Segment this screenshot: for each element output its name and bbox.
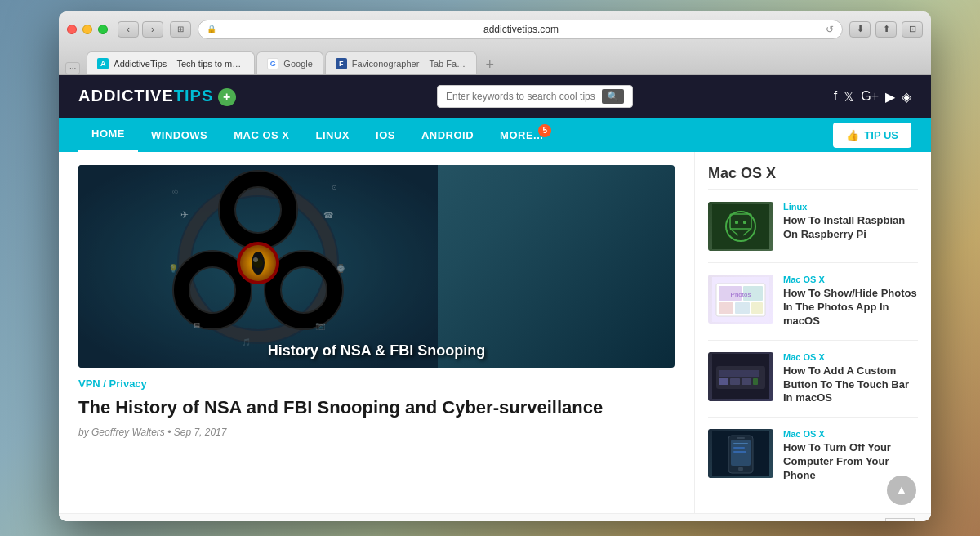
svg-rect-45 — [753, 378, 758, 385]
svg-rect-52 — [733, 447, 745, 449]
svg-rect-41 — [719, 370, 760, 377]
logo-tips: TIPS — [174, 87, 213, 105]
minimize-button[interactable] — [82, 25, 92, 34]
facebook-icon[interactable]: f — [834, 89, 837, 104]
sidebar-item-2[interactable]: Photos Mac OS X How To Show/Hide Photos … — [708, 275, 918, 341]
sidebar-item-content-1: Linux How To Install Raspbian On Raspber… — [783, 202, 918, 251]
svg-text:☎: ☎ — [323, 211, 333, 220]
nav-home[interactable]: HOME — [78, 118, 138, 152]
sidebar-category-1: Linux — [783, 202, 918, 212]
search-input[interactable] — [446, 91, 597, 102]
svg-rect-27 — [743, 221, 746, 224]
social-icons: f 𝕏 G+ ▶ ◈ — [834, 89, 911, 105]
svg-rect-53 — [733, 451, 746, 453]
svg-rect-35 — [719, 302, 733, 314]
search-submit-button[interactable]: 🔍 — [602, 89, 624, 104]
sidebar-item-content-4: Mac OS X How To Turn Off Your Computer F… — [783, 429, 918, 483]
nav-more[interactable]: MORE... 5 — [487, 119, 556, 151]
article-image-overlay-title: History of NSA & FBI Snooping — [78, 342, 675, 360]
more-badge: 5 — [538, 124, 551, 137]
forward-button[interactable]: › — [142, 21, 163, 38]
svg-rect-50 — [737, 437, 745, 439]
article-title: The History of NSA and FBI Snooping and … — [78, 396, 675, 420]
logo-plus-icon[interactable]: + — [218, 88, 236, 106]
rss-icon[interactable]: ◈ — [902, 89, 911, 105]
main-content: ✈ ☎ 💡 ⌚ 🖥 📷 🎵 ⊙ ◎ History of NSA & FBI S… — [59, 152, 931, 513]
scroll-to-top-button[interactable]: ▲ — [887, 476, 916, 505]
nav-ios[interactable]: IOS — [363, 119, 408, 151]
nav-buttons: ‹ › — [118, 21, 163, 38]
nav-windows[interactable]: WINDOWS — [138, 119, 220, 151]
tab-favicon-google: G — [267, 58, 278, 69]
sidebar-thumb-2: Photos — [708, 275, 773, 324]
article-meta: by Geoffrey Walters • Sep 7, 2017 — [78, 427, 675, 438]
sidebar-item-3[interactable]: Mac OS X How To Add A Custom Button To T… — [708, 352, 918, 418]
article-area: ✈ ☎ 💡 ⌚ 🖥 📷 🎵 ⊙ ◎ History of NSA & FBI S… — [59, 152, 694, 513]
sidebar-thumb-4 — [708, 429, 773, 478]
site-header: ADDICTIVETIPS+ 🔍 f 𝕏 G+ ▶ ◈ — [59, 75, 931, 118]
sidebar-thumb-3 — [708, 352, 773, 401]
toolbar-right: ⬇ ⬆ ⊡ — [849, 21, 923, 38]
share-button[interactable]: ⬆ — [875, 21, 897, 38]
tab-faviconographer[interactable]: F Faviconographer – Tab Favicons in Safa… — [325, 51, 477, 74]
nav-android[interactable]: ANDROID — [408, 119, 487, 151]
svg-text:⊙: ⊙ — [332, 184, 337, 191]
ad-label: Ad ✕ — [885, 518, 915, 522]
svg-rect-40 — [716, 366, 765, 389]
tab-label-google: Google — [283, 59, 312, 69]
site-nav: HOME WINDOWS MAC OS X LINUX IOS ANDROID … — [59, 118, 931, 152]
svg-rect-42 — [719, 378, 728, 385]
tip-us-icon: 👍 — [846, 129, 859, 141]
sidebar: Mac OS X — [694, 152, 931, 513]
ad-banner: Ad ✕ — [59, 513, 931, 521]
tip-us-button[interactable]: 👍 TIP US — [833, 123, 911, 148]
sidebar-thumb-photos: Photos — [708, 275, 773, 324]
sidebar-item-title-1: How To Install Raspbian On Raspberry Pi — [783, 214, 918, 242]
article-hero-image: ✈ ☎ 💡 ⌚ 🖥 📷 🎵 ⊙ ◎ History of NSA & FBI S… — [78, 165, 675, 368]
sidebar-item-content-2: Mac OS X How To Show/Hide Photos In The … — [783, 275, 918, 328]
fullscreen-button[interactable] — [98, 25, 108, 34]
tab-label-f: Faviconographer – Tab Favicons in Safari… — [352, 59, 466, 69]
article-category[interactable]: VPN / Privacy — [78, 377, 675, 390]
close-button[interactable] — [67, 25, 77, 34]
sidebar-item-title-2: How To Show/Hide Photos In The Photos Ap… — [783, 287, 918, 328]
nav-linux[interactable]: LINUX — [303, 119, 363, 151]
back-button[interactable]: ‹ — [118, 21, 139, 38]
googleplus-icon[interactable]: G+ — [861, 89, 879, 104]
sidebar-item-4[interactable]: Mac OS X How To Turn Off Your Computer F… — [708, 429, 918, 494]
search-bar[interactable]: 🔍 — [437, 85, 633, 108]
svg-rect-37 — [751, 302, 763, 314]
tab-google[interactable]: G Google — [256, 51, 323, 74]
article-author-prefix: by — [78, 427, 89, 438]
nav-macosx[interactable]: MAC OS X — [220, 119, 302, 151]
svg-point-14 — [253, 257, 258, 262]
sidebar-thumb-touchbar — [708, 352, 773, 401]
refresh-button[interactable]: ↺ — [826, 24, 834, 35]
address-bar[interactable]: 🔒 addictivetips.com ↺ — [198, 20, 843, 39]
tab-favicon-at: A — [97, 58, 109, 69]
sidebar-category-3: Mac OS X — [783, 352, 918, 362]
article-author: Geoffrey Walters — [91, 427, 165, 438]
article-date: Sep 7, 2017 — [174, 427, 227, 438]
new-tab-button[interactable]: + — [480, 55, 500, 74]
title-bar: ‹ › ⊞ 🔒 addictivetips.com ↺ ⬇ ⬆ ⊡ — [59, 11, 931, 47]
youtube-icon[interactable]: ▶ — [885, 89, 895, 105]
sidebar-category-4: Mac OS X — [783, 429, 918, 439]
svg-text:✈: ✈ — [180, 209, 189, 221]
url-text: addictivetips.com — [221, 24, 821, 35]
browser-window: ‹ › ⊞ 🔒 addictivetips.com ↺ ⬇ ⬆ ⊡ ··· A … — [59, 11, 931, 521]
svg-rect-36 — [735, 302, 750, 314]
svg-text:⌚: ⌚ — [336, 263, 346, 274]
article-image-svg: ✈ ☎ 💡 ⌚ 🖥 📷 🎵 ⊙ ◎ — [78, 165, 438, 368]
twitter-icon[interactable]: 𝕏 — [844, 89, 854, 105]
new-window-button[interactable]: ⊡ — [902, 21, 923, 38]
download-button[interactable]: ⬇ — [849, 21, 871, 38]
svg-text:🖥: 🖥 — [193, 321, 201, 330]
tab-addictivetips[interactable]: A AddictiveTips – Tech tips to make you … — [87, 51, 255, 74]
sidebar-title: Mac OS X — [708, 165, 918, 190]
tabs-overflow[interactable]: ··· — [65, 62, 80, 74]
svg-text:Photos: Photos — [731, 291, 751, 298]
sidebar-item-1[interactable]: Linux How To Install Raspbian On Raspber… — [708, 202, 918, 263]
svg-text:💡: 💡 — [168, 263, 179, 274]
view-button[interactable]: ⊞ — [170, 21, 191, 38]
